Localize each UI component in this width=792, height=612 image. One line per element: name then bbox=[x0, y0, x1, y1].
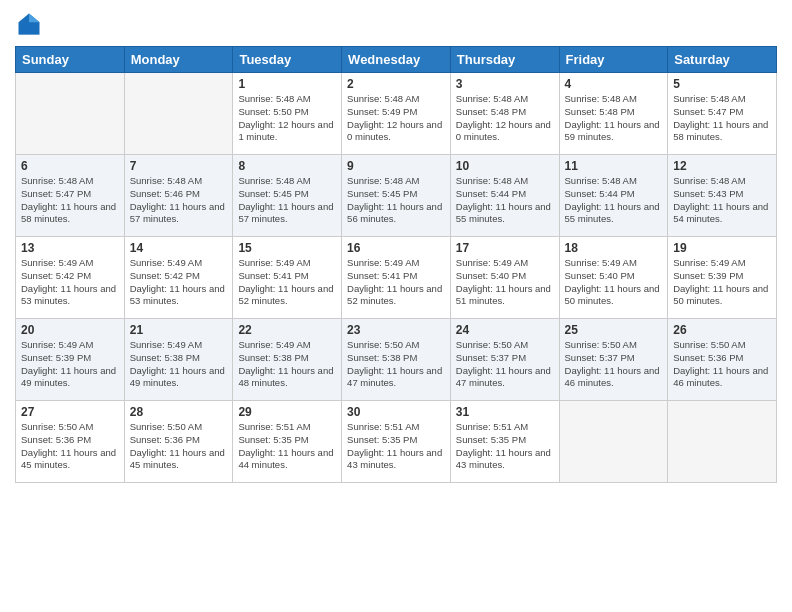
calendar-cell: 18Sunrise: 5:49 AMSunset: 5:40 PMDayligh… bbox=[559, 237, 668, 319]
day-number: 3 bbox=[456, 77, 554, 91]
day-info: Sunrise: 5:48 AMSunset: 5:47 PMDaylight:… bbox=[21, 175, 119, 226]
day-number: 11 bbox=[565, 159, 663, 173]
day-info: Sunrise: 5:49 AMSunset: 5:42 PMDaylight:… bbox=[21, 257, 119, 308]
calendar-cell: 23Sunrise: 5:50 AMSunset: 5:38 PMDayligh… bbox=[342, 319, 451, 401]
day-number: 12 bbox=[673, 159, 771, 173]
day-number: 24 bbox=[456, 323, 554, 337]
week-row-3: 13Sunrise: 5:49 AMSunset: 5:42 PMDayligh… bbox=[16, 237, 777, 319]
calendar-cell: 10Sunrise: 5:48 AMSunset: 5:44 PMDayligh… bbox=[450, 155, 559, 237]
day-number: 31 bbox=[456, 405, 554, 419]
day-number: 9 bbox=[347, 159, 445, 173]
day-info: Sunrise: 5:49 AMSunset: 5:41 PMDaylight:… bbox=[347, 257, 445, 308]
week-row-4: 20Sunrise: 5:49 AMSunset: 5:39 PMDayligh… bbox=[16, 319, 777, 401]
day-info: Sunrise: 5:48 AMSunset: 5:44 PMDaylight:… bbox=[456, 175, 554, 226]
calendar-cell: 27Sunrise: 5:50 AMSunset: 5:36 PMDayligh… bbox=[16, 401, 125, 483]
calendar-cell bbox=[124, 73, 233, 155]
logo-icon bbox=[15, 10, 43, 38]
calendar-cell: 16Sunrise: 5:49 AMSunset: 5:41 PMDayligh… bbox=[342, 237, 451, 319]
day-info: Sunrise: 5:48 AMSunset: 5:47 PMDaylight:… bbox=[673, 93, 771, 144]
day-info: Sunrise: 5:48 AMSunset: 5:50 PMDaylight:… bbox=[238, 93, 336, 144]
calendar-cell: 6Sunrise: 5:48 AMSunset: 5:47 PMDaylight… bbox=[16, 155, 125, 237]
day-info: Sunrise: 5:50 AMSunset: 5:36 PMDaylight:… bbox=[130, 421, 228, 472]
day-number: 25 bbox=[565, 323, 663, 337]
day-number: 27 bbox=[21, 405, 119, 419]
day-info: Sunrise: 5:49 AMSunset: 5:38 PMDaylight:… bbox=[238, 339, 336, 390]
day-number: 16 bbox=[347, 241, 445, 255]
weekday-header-monday: Monday bbox=[124, 47, 233, 73]
calendar-cell: 26Sunrise: 5:50 AMSunset: 5:36 PMDayligh… bbox=[668, 319, 777, 401]
day-info: Sunrise: 5:49 AMSunset: 5:41 PMDaylight:… bbox=[238, 257, 336, 308]
day-number: 13 bbox=[21, 241, 119, 255]
day-info: Sunrise: 5:51 AMSunset: 5:35 PMDaylight:… bbox=[238, 421, 336, 472]
day-info: Sunrise: 5:50 AMSunset: 5:37 PMDaylight:… bbox=[456, 339, 554, 390]
calendar-cell: 29Sunrise: 5:51 AMSunset: 5:35 PMDayligh… bbox=[233, 401, 342, 483]
week-row-1: 1Sunrise: 5:48 AMSunset: 5:50 PMDaylight… bbox=[16, 73, 777, 155]
day-number: 17 bbox=[456, 241, 554, 255]
day-number: 22 bbox=[238, 323, 336, 337]
day-number: 28 bbox=[130, 405, 228, 419]
day-number: 21 bbox=[130, 323, 228, 337]
day-number: 23 bbox=[347, 323, 445, 337]
week-row-5: 27Sunrise: 5:50 AMSunset: 5:36 PMDayligh… bbox=[16, 401, 777, 483]
day-info: Sunrise: 5:49 AMSunset: 5:38 PMDaylight:… bbox=[130, 339, 228, 390]
day-number: 19 bbox=[673, 241, 771, 255]
logo bbox=[15, 10, 47, 38]
day-info: Sunrise: 5:48 AMSunset: 5:46 PMDaylight:… bbox=[130, 175, 228, 226]
day-info: Sunrise: 5:48 AMSunset: 5:44 PMDaylight:… bbox=[565, 175, 663, 226]
calendar-table: SundayMondayTuesdayWednesdayThursdayFrid… bbox=[15, 46, 777, 483]
calendar-cell: 22Sunrise: 5:49 AMSunset: 5:38 PMDayligh… bbox=[233, 319, 342, 401]
day-number: 5 bbox=[673, 77, 771, 91]
day-number: 8 bbox=[238, 159, 336, 173]
header bbox=[15, 10, 777, 38]
weekday-header-thursday: Thursday bbox=[450, 47, 559, 73]
day-number: 7 bbox=[130, 159, 228, 173]
day-number: 1 bbox=[238, 77, 336, 91]
day-info: Sunrise: 5:48 AMSunset: 5:45 PMDaylight:… bbox=[238, 175, 336, 226]
calendar-cell: 11Sunrise: 5:48 AMSunset: 5:44 PMDayligh… bbox=[559, 155, 668, 237]
calendar-cell: 13Sunrise: 5:49 AMSunset: 5:42 PMDayligh… bbox=[16, 237, 125, 319]
day-number: 26 bbox=[673, 323, 771, 337]
day-info: Sunrise: 5:49 AMSunset: 5:39 PMDaylight:… bbox=[21, 339, 119, 390]
day-number: 2 bbox=[347, 77, 445, 91]
svg-marker-1 bbox=[29, 14, 40, 23]
calendar-cell: 9Sunrise: 5:48 AMSunset: 5:45 PMDaylight… bbox=[342, 155, 451, 237]
weekday-header-row: SundayMondayTuesdayWednesdayThursdayFrid… bbox=[16, 47, 777, 73]
day-info: Sunrise: 5:48 AMSunset: 5:43 PMDaylight:… bbox=[673, 175, 771, 226]
calendar-cell: 14Sunrise: 5:49 AMSunset: 5:42 PMDayligh… bbox=[124, 237, 233, 319]
day-number: 6 bbox=[21, 159, 119, 173]
calendar-cell: 19Sunrise: 5:49 AMSunset: 5:39 PMDayligh… bbox=[668, 237, 777, 319]
day-info: Sunrise: 5:51 AMSunset: 5:35 PMDaylight:… bbox=[347, 421, 445, 472]
calendar-cell bbox=[668, 401, 777, 483]
day-number: 14 bbox=[130, 241, 228, 255]
calendar-cell: 20Sunrise: 5:49 AMSunset: 5:39 PMDayligh… bbox=[16, 319, 125, 401]
day-info: Sunrise: 5:49 AMSunset: 5:40 PMDaylight:… bbox=[565, 257, 663, 308]
calendar-cell: 30Sunrise: 5:51 AMSunset: 5:35 PMDayligh… bbox=[342, 401, 451, 483]
calendar-cell: 21Sunrise: 5:49 AMSunset: 5:38 PMDayligh… bbox=[124, 319, 233, 401]
calendar-cell: 15Sunrise: 5:49 AMSunset: 5:41 PMDayligh… bbox=[233, 237, 342, 319]
day-number: 30 bbox=[347, 405, 445, 419]
day-info: Sunrise: 5:48 AMSunset: 5:48 PMDaylight:… bbox=[456, 93, 554, 144]
weekday-header-tuesday: Tuesday bbox=[233, 47, 342, 73]
calendar-cell: 25Sunrise: 5:50 AMSunset: 5:37 PMDayligh… bbox=[559, 319, 668, 401]
calendar-cell: 28Sunrise: 5:50 AMSunset: 5:36 PMDayligh… bbox=[124, 401, 233, 483]
calendar-cell bbox=[559, 401, 668, 483]
day-info: Sunrise: 5:51 AMSunset: 5:35 PMDaylight:… bbox=[456, 421, 554, 472]
weekday-header-saturday: Saturday bbox=[668, 47, 777, 73]
day-info: Sunrise: 5:50 AMSunset: 5:38 PMDaylight:… bbox=[347, 339, 445, 390]
day-info: Sunrise: 5:50 AMSunset: 5:37 PMDaylight:… bbox=[565, 339, 663, 390]
calendar-cell: 3Sunrise: 5:48 AMSunset: 5:48 PMDaylight… bbox=[450, 73, 559, 155]
week-row-2: 6Sunrise: 5:48 AMSunset: 5:47 PMDaylight… bbox=[16, 155, 777, 237]
day-info: Sunrise: 5:48 AMSunset: 5:48 PMDaylight:… bbox=[565, 93, 663, 144]
day-number: 4 bbox=[565, 77, 663, 91]
calendar-cell: 24Sunrise: 5:50 AMSunset: 5:37 PMDayligh… bbox=[450, 319, 559, 401]
day-number: 20 bbox=[21, 323, 119, 337]
calendar-cell: 12Sunrise: 5:48 AMSunset: 5:43 PMDayligh… bbox=[668, 155, 777, 237]
weekday-header-friday: Friday bbox=[559, 47, 668, 73]
day-info: Sunrise: 5:49 AMSunset: 5:39 PMDaylight:… bbox=[673, 257, 771, 308]
calendar-cell: 17Sunrise: 5:49 AMSunset: 5:40 PMDayligh… bbox=[450, 237, 559, 319]
weekday-header-sunday: Sunday bbox=[16, 47, 125, 73]
calendar-cell: 31Sunrise: 5:51 AMSunset: 5:35 PMDayligh… bbox=[450, 401, 559, 483]
day-info: Sunrise: 5:50 AMSunset: 5:36 PMDaylight:… bbox=[21, 421, 119, 472]
calendar-cell bbox=[16, 73, 125, 155]
day-number: 18 bbox=[565, 241, 663, 255]
